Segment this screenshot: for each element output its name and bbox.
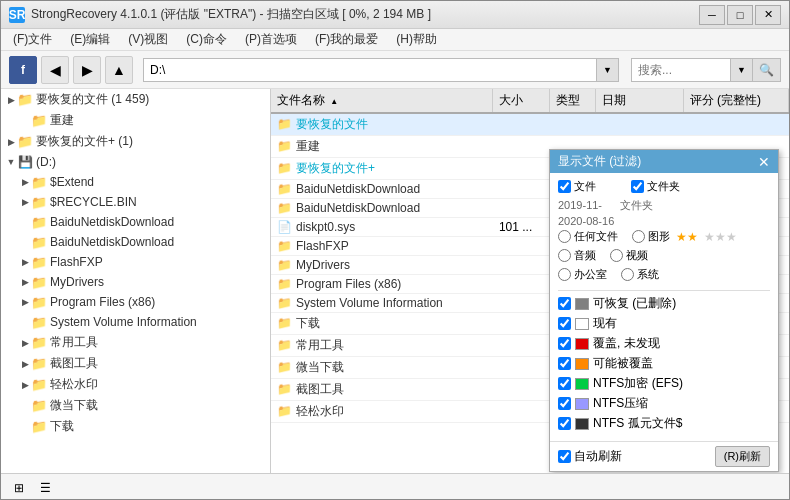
legend-recoverable-color [575,298,589,310]
tree-item-baidudl1[interactable]: 📁BaiduNetdiskDownload [1,212,270,232]
cell-size [493,313,550,335]
filter-folder-label[interactable]: 文件夹 [631,179,680,194]
filter-audio-label[interactable]: 音频 [558,248,596,263]
legend-existing: 现有 [558,315,770,332]
filter-close-button[interactable]: ✕ [758,154,770,170]
filter-audio-radio[interactable] [558,249,571,262]
tree-item-mydrivers[interactable]: ▶📁MyDrivers [1,272,270,292]
col-date[interactable]: 日期 [596,89,683,113]
auto-refresh-label[interactable]: 自动刷新 [558,448,622,465]
filter-system-label[interactable]: 系统 [621,267,659,282]
tree-item-baidudl2[interactable]: 📁BaiduNetdiskDownload [1,232,270,252]
tree-item-flashfxp[interactable]: ▶📁FlashFXP [1,252,270,272]
expand-arrow-tools3: ▶ [19,379,31,391]
legend-maybe-overwrite-color [575,358,589,370]
filter-office-label[interactable]: 办公室 [558,267,607,282]
filter-video-radio[interactable] [610,249,623,262]
close-button[interactable]: ✕ [755,5,781,25]
menu-item-(C)命令[interactable]: (C)命令 [178,29,235,50]
col-size[interactable]: 大小 [493,89,550,113]
filter-video-label[interactable]: 视频 [610,248,648,263]
tree-item-recycle[interactable]: ▶📁$RECYCLE.BIN [1,192,270,212]
menu-item-(P)首选项[interactable]: (P)首选项 [237,29,305,50]
title-bar-left: SR StrongRecovery 4.1.0.1 (评估版 "EXTRA") … [9,6,431,23]
filter-system-radio[interactable] [621,268,634,281]
auto-refresh-checkbox[interactable] [558,450,571,463]
col-rating[interactable]: 评分 (完整性) [683,89,788,113]
table-row[interactable]: 📁要恢复的文件 [271,113,789,136]
menu-item-(E)编辑[interactable]: (E)编辑 [62,29,118,50]
cell-size [493,158,550,180]
cell-name: 📁MyDrivers [271,256,493,275]
col-type[interactable]: 类型 [550,89,596,113]
search-input[interactable] [631,58,731,82]
legend-overwrite-checkbox[interactable] [558,337,571,350]
legend-maybe-overwrite-label: 可能被覆盖 [593,355,653,372]
tree-item-extend[interactable]: ▶📁$Extend [1,172,270,192]
col-name[interactable]: 文件名称 ▲ [271,89,493,113]
tree-item-recover-files[interactable]: ▶📁要恢复的文件 (1 459) [1,89,270,110]
expand-arrow-tools1: ▶ [19,337,31,349]
tree-label-drive-d: (D:) [36,155,56,169]
filter-file-checkbox[interactable] [558,180,571,193]
tree-label-recycle: $RECYCLE.BIN [50,195,137,209]
filter-folder-checkbox[interactable] [631,180,644,193]
back-button[interactable]: ◀ [41,56,69,84]
search-button[interactable]: 🔍 [753,58,781,82]
filter-file-label[interactable]: 文件 [558,179,596,194]
legend-ntfs-comp-checkbox[interactable] [558,397,571,410]
tree-item-sysvolinfo[interactable]: 📁System Volume Information [1,312,270,332]
filter-graphic-radio[interactable] [632,230,645,243]
cell-name: 📁Program Files (x86) [271,275,493,294]
tree-item-rebuild[interactable]: 📁重建 [1,110,270,131]
legend-ntfs-orphan-checkbox[interactable] [558,417,571,430]
menu-item-(F)我的最爱[interactable]: (F)我的最爱 [307,29,386,50]
tree-icon-mydrivers: 📁 [31,275,47,289]
refresh-button[interactable]: (R)刷新 [715,446,770,467]
cell-size [493,180,550,199]
up-button[interactable]: ▲ [105,56,133,84]
legend-recoverable-checkbox[interactable] [558,297,571,310]
cell-size [493,275,550,294]
list-view-icon[interactable]: ☰ [35,478,55,498]
cell-size [493,294,550,313]
legend-ntfs-orphan: NTFS 孤元文件$ [558,415,770,432]
tree-item-recover-plus[interactable]: ▶📁要恢复的文件+ (1) [1,131,270,152]
tree-item-download[interactable]: 📁下载 [1,416,270,437]
filter-anyfile-label[interactable]: 任何文件 [558,229,618,244]
tree-label-rebuild: 重建 [50,112,74,129]
filter-graphic-label[interactable]: 图形 [632,229,670,244]
menu-item-(F)文件[interactable]: (F)文件 [5,29,60,50]
status-bar: ⊞ ☰ [1,473,789,500]
app-icon: SR [9,7,25,23]
path-input[interactable] [143,58,597,82]
expand-arrow-recover-plus: ▶ [5,136,17,148]
path-dropdown[interactable]: ▼ [597,58,619,82]
filter-anyfile-radio[interactable] [558,230,571,243]
tree-item-tools2[interactable]: ▶📁截图工具 [1,353,270,374]
search-dropdown[interactable]: ▼ [731,58,753,82]
tree-item-tools3[interactable]: ▶📁轻松水印 [1,374,270,395]
menu-item-(H)帮助[interactable]: (H)帮助 [388,29,445,50]
tree-item-weidang[interactable]: 📁微当下载 [1,395,270,416]
cell-size [493,136,550,158]
filter-footer: 自动刷新 (R)刷新 [550,441,778,471]
tree-item-drive-d[interactable]: ▼💾(D:) [1,152,270,172]
tree-icon-download: 📁 [31,420,47,434]
tree-icon-sysvolinfo: 📁 [31,315,47,329]
minimize-button[interactable]: ─ [699,5,725,25]
legend-ntfs-enc-checkbox[interactable] [558,377,571,390]
legend-existing-checkbox[interactable] [558,317,571,330]
maximize-button[interactable]: □ [727,5,753,25]
forward-button[interactable]: ▶ [73,56,101,84]
expand-arrow-tools2: ▶ [19,358,31,370]
legend-maybe-overwrite-checkbox[interactable] [558,357,571,370]
tree-item-tools1[interactable]: ▶📁常用工具 [1,332,270,353]
filter-office-radio[interactable] [558,268,571,281]
tree-label-tools3: 轻松水印 [50,376,98,393]
grid-view-icon[interactable]: ⊞ [9,478,29,498]
legend-existing-label: 现有 [593,315,617,332]
tree-item-programfiles[interactable]: ▶📁Program Files (x86) [1,292,270,312]
menu-item-(V)视图[interactable]: (V)视图 [120,29,176,50]
facebook-button[interactable]: f [9,56,37,84]
